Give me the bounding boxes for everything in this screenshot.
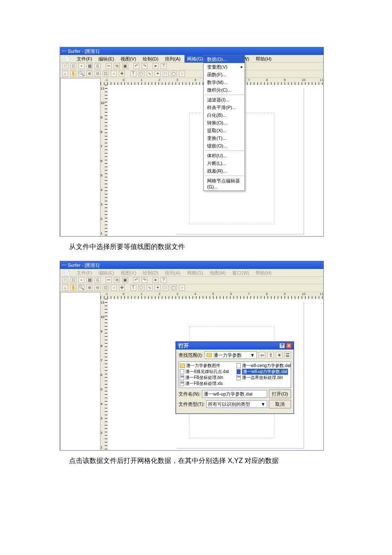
paste-icon[interactable]: ▣ bbox=[122, 63, 128, 69]
menu-file[interactable]: 文件(F) bbox=[74, 55, 95, 63]
canvas-2[interactable]: 打开 ? × 查找范围(I): 潘一力学参数 ▼ ⇦ bbox=[107, 299, 323, 451]
menu-draw[interactable]: 绘制(D) bbox=[140, 55, 161, 63]
menu-bar-2[interactable]: 📄 文件(F) 编辑(E) 视图(V) 绘制(D) 排列(A) 网格(G) 地图… bbox=[60, 269, 323, 277]
grid-icon[interactable]: ▦ bbox=[86, 63, 92, 69]
zoom-icon[interactable]: 🔍 bbox=[78, 285, 84, 291]
menu-item-variogram[interactable]: 变量图(V) bbox=[204, 63, 245, 71]
grid-menu-dropdown[interactable]: 数据(D)... 变量图(V) 函数(F)... 数学(M)... 微积分(C)… bbox=[203, 55, 245, 191]
home-icon[interactable]: ⌂ bbox=[62, 285, 68, 291]
menu-item-transform[interactable]: 变换(T)... bbox=[204, 134, 245, 142]
paste-icon[interactable]: ▣ bbox=[122, 277, 128, 283]
list-item[interactable]: 潘一FB坐标处理.bln bbox=[180, 375, 229, 381]
zoom-icon[interactable]: 🔍 bbox=[78, 71, 84, 77]
menu-item-node-editor[interactable]: 网格节点编辑器(G)... bbox=[204, 177, 245, 191]
pointer-icon[interactable]: ➤ bbox=[153, 277, 159, 283]
rect-icon[interactable]: □ bbox=[163, 71, 169, 77]
print-icon[interactable]: ⎙ bbox=[95, 277, 101, 283]
menu-window-2[interactable]: 窗口(W) bbox=[230, 269, 252, 277]
symbol-icon[interactable]: ✦ bbox=[155, 71, 161, 77]
up-icon[interactable]: ⇧ bbox=[267, 352, 274, 358]
save-icon[interactable]: ▪ bbox=[78, 63, 84, 69]
ellipse-icon[interactable]: ○ bbox=[179, 285, 185, 291]
secondary-toolbar[interactable]: ⌂ ✋ 🔍 ⊕ ⊖ ⊡ ○ ✥ T ⬠ ∿ ✦ □ ▢ ○ bbox=[60, 70, 323, 78]
print-icon[interactable]: ⎙ bbox=[95, 63, 101, 69]
move-icon[interactable]: ✥ bbox=[119, 71, 125, 77]
rotate-icon[interactable]: ○ bbox=[111, 285, 117, 291]
menu-arrange-2[interactable]: 排列(A) bbox=[162, 269, 183, 277]
list-item[interactable]: 潘一边界坐标处理.bln bbox=[236, 375, 291, 381]
new-icon[interactable]: □ bbox=[62, 63, 68, 69]
cut-icon[interactable]: ✂ bbox=[106, 277, 112, 283]
grid-icon[interactable]: ▦ bbox=[86, 277, 92, 283]
menu-item-convert[interactable]: 转换(O)... bbox=[204, 119, 245, 127]
text-icon[interactable]: T bbox=[130, 71, 136, 77]
rotate-icon[interactable]: ○ bbox=[111, 71, 117, 77]
secondary-toolbar-2[interactable]: ⌂ ✋ 🔍 ⊕ ⊖ ⊡ ○ ✥ T ⬠ ∿ ✦ □ ▢ ○ bbox=[60, 284, 323, 292]
menu-item-slice[interactable]: 片断(L)... bbox=[204, 159, 245, 167]
menu-map-2[interactable]: 地图(M) bbox=[207, 269, 229, 277]
redo-icon[interactable]: ↷ bbox=[141, 277, 147, 283]
menu-view[interactable]: 视图(V) bbox=[118, 55, 139, 63]
dialog-close-icon[interactable]: × bbox=[286, 343, 292, 349]
views-icon[interactable]: ☰ bbox=[284, 352, 291, 358]
menu-file-2[interactable]: 文件(F) bbox=[74, 269, 95, 277]
list-item[interactable]: 潘一FB坐标处理.xls bbox=[180, 381, 229, 387]
roundrect-icon[interactable]: ▢ bbox=[171, 285, 177, 291]
copy-icon[interactable]: ⧉ bbox=[114, 277, 120, 283]
list-item[interactable]: 潘一8煤见煤钻孔点.dat bbox=[180, 369, 229, 375]
menu-item-filter[interactable]: 滤波器(I)... bbox=[204, 96, 245, 104]
menu-grid[interactable]: 网格(G) bbox=[184, 55, 206, 63]
menu-item-data[interactable]: 数据(D)... bbox=[204, 55, 245, 63]
help-icon[interactable]: ? bbox=[161, 63, 167, 69]
object-tree-2[interactable] bbox=[60, 292, 101, 451]
menu-edit-2[interactable]: 编辑(E) bbox=[96, 269, 117, 277]
undo-icon[interactable]: ↶ bbox=[133, 277, 139, 283]
zoom-in-icon[interactable]: ⊕ bbox=[86, 71, 92, 77]
back-icon[interactable]: ⇦ bbox=[259, 352, 265, 358]
menu-item-function[interactable]: 函数(F)... bbox=[204, 71, 245, 78]
menu-view-2[interactable]: 视图(V) bbox=[118, 269, 139, 277]
move-icon[interactable]: ✥ bbox=[119, 285, 125, 291]
newfolder-icon[interactable]: ✳ bbox=[276, 352, 282, 358]
new-icon[interactable]: □ bbox=[62, 277, 68, 283]
list-item[interactable]: 潘一力学参数图件 bbox=[180, 363, 229, 369]
ellipse-icon[interactable]: ○ bbox=[179, 71, 185, 77]
menu-help[interactable]: 帮助(H) bbox=[253, 55, 274, 63]
menu-arrange[interactable]: 排列(A) bbox=[162, 55, 183, 63]
polyline-icon[interactable]: ∿ bbox=[147, 285, 153, 291]
hand-icon[interactable]: ✋ bbox=[70, 71, 76, 77]
filename-input[interactable] bbox=[202, 390, 267, 398]
copy-icon[interactable]: ⧉ bbox=[114, 63, 120, 69]
main-toolbar-2[interactable]: □ ⌸ ▪ ▦ ⎙ ✂ ⧉ ▣ ↶ ↷ ➤ ? bbox=[60, 277, 323, 284]
open-button[interactable]: 打开(O) bbox=[269, 390, 291, 398]
menu-item-extract[interactable]: 提取(X)... bbox=[204, 127, 245, 134]
open-icon[interactable]: ⌸ bbox=[70, 277, 76, 283]
menu-item-calculus[interactable]: 微积分(C)... bbox=[204, 86, 245, 94]
polygon-icon[interactable]: ⬠ bbox=[138, 285, 144, 291]
roundrect-icon[interactable]: ▢ bbox=[171, 71, 177, 77]
menu-help-2[interactable]: 帮助(H) bbox=[253, 269, 274, 277]
cancel-button[interactable]: 取消 bbox=[269, 400, 291, 408]
menu-draw-2[interactable]: 绘制(D) bbox=[140, 269, 161, 277]
pointer-icon[interactable]: ➤ bbox=[153, 63, 159, 69]
rect-icon[interactable]: □ bbox=[163, 285, 169, 291]
help-icon[interactable]: ? bbox=[161, 277, 167, 283]
chevron-down-icon[interactable]: ▼ bbox=[261, 402, 265, 407]
zoom-out-icon[interactable]: ⊖ bbox=[95, 285, 101, 291]
menu-item-mosaic[interactable]: 镶嵌(O)... bbox=[204, 142, 245, 150]
menu-item-math[interactable]: 数学(M)... bbox=[204, 78, 245, 86]
zoom-in-icon[interactable]: ⊕ bbox=[86, 285, 92, 291]
home-icon[interactable]: ⌂ bbox=[62, 71, 68, 77]
chevron-down-icon[interactable]: ▼ bbox=[250, 353, 255, 358]
polyline-icon[interactable]: ∿ bbox=[147, 71, 153, 77]
menu-bar[interactable]: 📄 文件(F) 编辑(E) 视图(V) 绘制(D) 排列(A) 网格(G) 地图… bbox=[60, 55, 323, 63]
main-toolbar[interactable]: □ ⌸ ▪ ▦ ⎙ ✂ ⧉ ▣ ↶ ↷ ➤ ? bbox=[60, 63, 323, 70]
list-item[interactable]: 潘一w8-ceng力学参数.dat bbox=[236, 363, 291, 369]
symbol-icon[interactable]: ✦ bbox=[155, 285, 161, 291]
undo-icon[interactable]: ↶ bbox=[133, 63, 139, 69]
menu-item-volume[interactable]: 体积(U)... bbox=[204, 152, 245, 159]
save-icon[interactable]: ▪ bbox=[78, 277, 84, 283]
open-icon[interactable]: ⌸ bbox=[70, 63, 76, 69]
hand-icon[interactable]: ✋ bbox=[70, 285, 76, 291]
lookin-combo[interactable]: 潘一力学参数 ▼ bbox=[205, 351, 257, 359]
